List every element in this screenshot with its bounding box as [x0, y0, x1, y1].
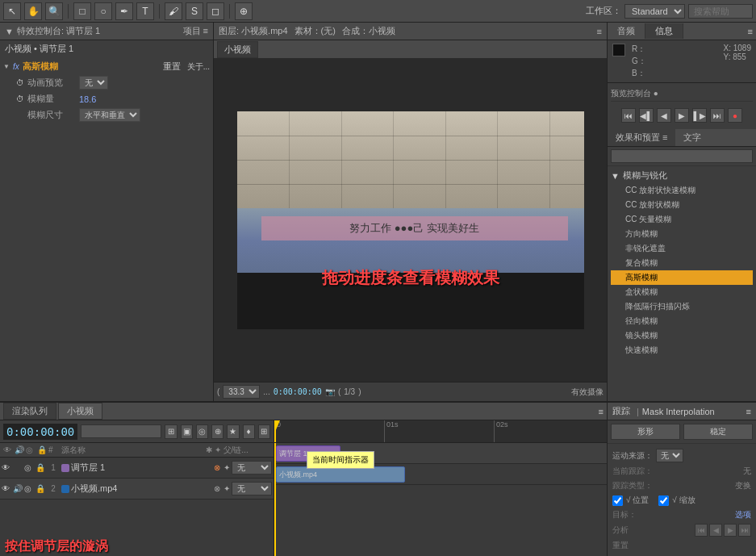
layer-1-mode[interactable]: ✦ [223, 463, 230, 472]
timeline-search-input[interactable] [81, 424, 161, 438]
eraser-tool[interactable]: ◻ [207, 2, 224, 20]
tl-btn-6[interactable]: ♦ [243, 424, 255, 439]
stopwatch-icon[interactable]: ⏱ [16, 78, 24, 87]
effect-item-4[interactable]: 非锐化遮盖 [611, 241, 753, 256]
timeline-ruler[interactable]: 0 01s 02s [274, 420, 607, 443]
ellipse-tool[interactable]: ○ [94, 2, 112, 20]
effect-item-9[interactable]: 径向模糊 [611, 314, 753, 328]
hand-tool[interactable]: ✋ [24, 2, 42, 20]
layer-1-lock[interactable]: 🔒 [36, 463, 47, 472]
effect-item-1[interactable]: CC 放射状模糊 [611, 198, 753, 212]
blur-dim-stopwatch: ⏱ [16, 111, 24, 119]
effect-reset-btn[interactable]: 重置 [163, 61, 181, 73]
right-panel-menu[interactable]: ≡ [745, 27, 756, 36]
target-select-btn[interactable]: 选项 [735, 509, 751, 520]
layer-2-swirl[interactable]: ⊗ [214, 484, 220, 493]
category-header-blur[interactable]: ▼ 模糊与锐化 [611, 168, 753, 183]
animation-preview-select[interactable]: 无 [79, 76, 108, 90]
puppet-tool[interactable]: ⊕ [235, 2, 253, 20]
layer-2-name[interactable]: 小视频.mp4 [71, 483, 212, 495]
tab-shape[interactable]: 形形 [611, 424, 680, 440]
analyze-fwd-fwd[interactable]: ⏭ [738, 524, 751, 537]
layer-2-mode[interactable]: ✦ [223, 484, 230, 493]
analyze-back-back[interactable]: ⏮ [695, 524, 708, 537]
layer-1-parent[interactable]: 无 [232, 461, 272, 474]
effect-item-8[interactable]: 降低隔行扫描闪烁 [611, 299, 753, 314]
center-tab-video[interactable]: 小视频 [217, 41, 258, 58]
tab-stabilize[interactable]: 稳定 [683, 424, 753, 440]
effects-tab-text[interactable]: 文字 [675, 129, 709, 146]
effect-item-7[interactable]: 盒状模糊 [611, 285, 753, 299]
step-fwd-btn[interactable]: ▌▶ [692, 108, 707, 123]
clone-tool[interactable]: S [186, 2, 203, 20]
zoom-select[interactable]: 33.3 [223, 385, 260, 399]
blur-amount-value[interactable]: 18.6 [79, 94, 96, 104]
layer-1-vis[interactable]: 👁 [2, 463, 13, 472]
help-search-input[interactable] [688, 4, 753, 19]
scale-checkbox[interactable] [658, 495, 669, 506]
tab-render-queue[interactable]: 渲染队列 [3, 403, 56, 420]
skip-fwd-btn[interactable]: ⏭ [710, 108, 725, 123]
tl-btn-7[interactable]: ⊞ [258, 424, 270, 439]
layer-2-vis[interactable]: 👁 [2, 484, 13, 493]
x-coord: X: 1089 [724, 44, 751, 52]
tab-audio[interactable]: 音频 [608, 23, 645, 39]
effects-panel: 效果和预置 ≡ 文字 ▼ 模糊与锐化 CC 放射状快速模糊 CC 放射状模糊 C… [608, 129, 756, 401]
layer-2-parent[interactable]: 无 [232, 482, 272, 495]
play-back-btn[interactable]: ◀ [657, 108, 671, 123]
layer-2-audio[interactable]: 🔊 [13, 484, 24, 493]
tab-small-video[interactable]: 小视频 [58, 403, 102, 420]
workspace-area: 工作区： Standard [586, 4, 685, 19]
motion-source-select[interactable]: 无 [656, 449, 683, 462]
layer-2-lock[interactable]: 🔒 [36, 484, 47, 493]
effects-search-input[interactable] [611, 149, 753, 163]
zoom-tool[interactable]: 🔍 [45, 2, 63, 20]
brush-tool[interactable]: 🖌 [165, 2, 182, 20]
tab-info[interactable]: 信息 [645, 23, 683, 39]
play-btn[interactable]: ▶ [675, 108, 689, 123]
effect-item-0[interactable]: CC 放射状快速模糊 [611, 183, 753, 198]
mask-panel-menu[interactable]: ≡ [746, 407, 751, 416]
layer-1-swirl[interactable]: ⊗ [214, 463, 220, 472]
track-block-2[interactable]: 小视频.mp4 [276, 466, 405, 483]
workspace-select[interactable]: Standard [624, 4, 685, 19]
timeline-tabs: 渲染队列 小视频 ≡ [0, 403, 607, 420]
blur-stopwatch-icon[interactable]: ⏱ [16, 94, 24, 103]
effect-item-10[interactable]: 镜头模糊 [611, 328, 753, 343]
rect-tool[interactable]: □ [73, 2, 91, 20]
effect-item-11[interactable]: 快速模糊 [611, 343, 753, 357]
blur-dimensions-select[interactable]: 水平和垂直 [79, 108, 140, 122]
layer-1-name[interactable]: 调节层 1 [71, 462, 212, 474]
layer-2-solo[interactable]: ◎ [24, 484, 36, 493]
text-tool[interactable]: T [136, 2, 154, 20]
tl-btn-3[interactable]: ◎ [196, 424, 208, 439]
tl-btn-2[interactable]: ▣ [181, 424, 193, 439]
analyze-back[interactable]: ◀ [709, 524, 722, 537]
arrow-tool[interactable]: ↖ [3, 2, 21, 20]
preview-ctrl-title: 预览控制台 ● [611, 86, 753, 102]
layer-label: 图层: 小视频.mp4 [219, 25, 288, 37]
tl-btn-4[interactable]: ⊕ [211, 424, 223, 439]
panel-menu-icon[interactable]: ≡ [597, 27, 602, 36]
expand-triangle[interactable]: ▼ [3, 63, 10, 70]
layer-1-solo[interactable]: ◎ [24, 463, 36, 472]
effect-item-6[interactable]: 高斯模糊 [611, 270, 753, 285]
position-checkbox[interactable] [612, 495, 623, 506]
timeline-menu[interactable]: ≡ [599, 407, 604, 416]
effect-item-3[interactable]: 方向模糊 [611, 227, 753, 241]
pen-tool[interactable]: ✒ [115, 2, 133, 20]
effect-about-btn[interactable]: 关于... [187, 61, 210, 73]
skip-back-btn[interactable]: ⏮ [621, 108, 636, 123]
tl-btn-1[interactable]: ⊞ [165, 424, 177, 439]
step-back-btn[interactable]: ◀▌ [639, 108, 654, 123]
timecode-display[interactable]: 0:00:00:00 [3, 424, 77, 440]
record-btn[interactable]: ● [728, 108, 742, 123]
analyze-fwd[interactable]: ▶ [724, 524, 737, 537]
effect-item-5[interactable]: 复合模糊 [611, 256, 753, 270]
effect-item-2[interactable]: CC 矢量模糊 [611, 212, 753, 227]
zoom-percent: ... [263, 387, 269, 396]
tl-btn-5[interactable]: ★ [227, 424, 239, 439]
effects-tab-presets[interactable]: 效果和预置 ≡ [608, 129, 675, 146]
timeline-body: 0:00:00:00 ⊞ ▣ ◎ ⊕ ★ ♦ ⊞ 👁 🔊 ◎ 🔒 # [0, 420, 607, 556]
tracker-sep: | [637, 407, 639, 416]
